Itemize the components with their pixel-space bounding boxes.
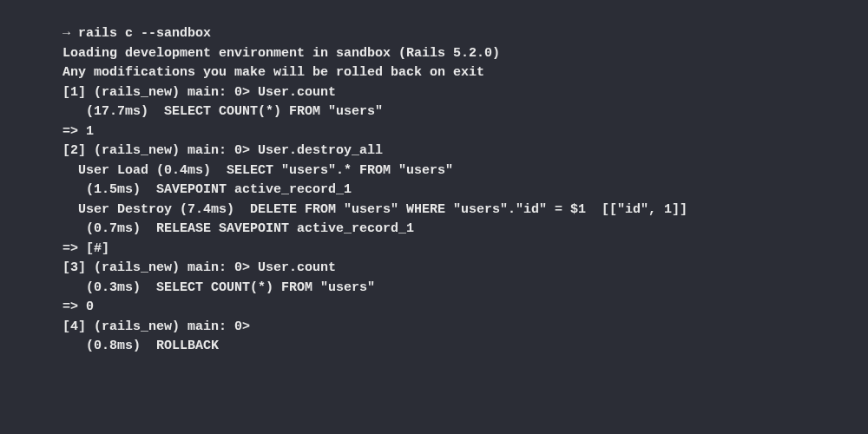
terminal-line: Loading development environment in sandb… (62, 44, 868, 64)
terminal-line: [1] (rails_new) main: 0> User.count (62, 83, 868, 103)
terminal-line: (0.8ms) ROLLBACK (62, 337, 868, 357)
terminal-line: => 0 (62, 298, 868, 318)
terminal-line: (17.7ms) SELECT COUNT(*) FROM "users" (62, 102, 868, 122)
terminal-line: Any modifications you make will be rolle… (62, 63, 868, 83)
terminal-line: => 1 (62, 122, 868, 142)
terminal-line: (0.3ms) SELECT COUNT(*) FROM "users" (62, 279, 868, 299)
terminal-line: (0.7ms) RELEASE SAVEPOINT active_record_… (62, 220, 868, 240)
terminal-line: [4] (rails_new) main: 0> (62, 318, 868, 338)
terminal-output[interactable]: → rails c --sandboxLoading development e… (62, 24, 868, 357)
terminal-line: → rails c --sandbox (62, 24, 868, 44)
terminal-line: User Destroy (7.4ms) DELETE FROM "users"… (62, 201, 868, 220)
terminal-line: [3] (rails_new) main: 0> User.count (62, 259, 868, 279)
terminal-line: (1.5ms) SAVEPOINT active_record_1 (62, 181, 868, 201)
terminal-line: => [#] (62, 240, 868, 260)
terminal-line: [2] (rails_new) main: 0> User.destroy_al… (62, 141, 868, 161)
terminal-line: User Load (0.4ms) SELECT "users".* FROM … (62, 161, 868, 181)
